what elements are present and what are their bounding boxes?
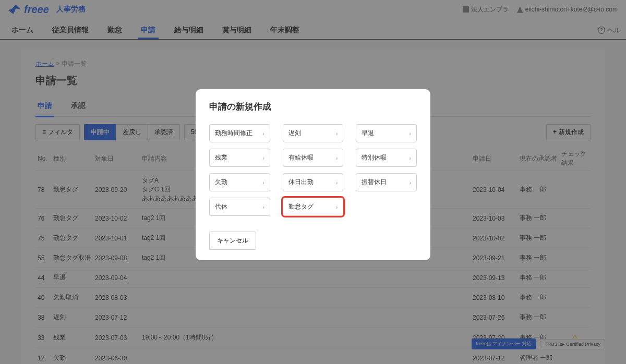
modal-option-9[interactable]: 代休› bbox=[209, 198, 270, 216]
chevron-right-icon: › bbox=[336, 179, 338, 186]
modal-option-label: 特別休暇 bbox=[362, 153, 387, 162]
new-request-modal: 申請の新規作成 勤務時間修正›遅刻›早退›残業›有給休暇›特別休暇›欠勤›休日出… bbox=[196, 89, 430, 260]
chevron-right-icon: › bbox=[409, 130, 411, 137]
modal-option-2[interactable]: 早退› bbox=[356, 124, 417, 142]
modal-option-label: 代休 bbox=[215, 202, 227, 211]
modal-option-label: 振替休日 bbox=[362, 178, 387, 187]
modal-option-label: 早退 bbox=[362, 129, 374, 138]
chevron-right-icon: › bbox=[262, 179, 264, 186]
modal-option-label: 勤務時間修正 bbox=[215, 129, 252, 138]
chevron-right-icon: › bbox=[336, 130, 338, 137]
chevron-right-icon: › bbox=[409, 179, 411, 186]
modal-option-3[interactable]: 残業› bbox=[209, 149, 270, 167]
modal-option-label: 遅刻 bbox=[288, 129, 301, 138]
modal-option-label: 有給休暇 bbox=[288, 153, 314, 162]
chevron-right-icon: › bbox=[409, 155, 411, 161]
modal-option-1[interactable]: 遅刻› bbox=[283, 124, 344, 142]
modal-option-grid: 勤務時間修正›遅刻›早退›残業›有給休暇›特別休暇›欠勤›休日出勤›振替休日›代… bbox=[209, 124, 417, 216]
chevron-right-icon: › bbox=[336, 155, 338, 161]
modal-cancel-button[interactable]: キャンセル bbox=[209, 232, 256, 250]
modal-option-5[interactable]: 特別休暇› bbox=[356, 149, 417, 167]
modal-option-0[interactable]: 勤務時間修正› bbox=[209, 124, 270, 142]
chevron-right-icon: › bbox=[262, 130, 264, 137]
modal-option-label: 休日出勤 bbox=[288, 178, 314, 187]
modal-option-10[interactable]: 勤怠タグ› bbox=[283, 198, 344, 216]
chevron-right-icon: › bbox=[262, 204, 264, 210]
modal-option-4[interactable]: 有給休暇› bbox=[283, 149, 344, 167]
modal-option-label: 勤怠タグ bbox=[288, 202, 314, 211]
modal-option-6[interactable]: 欠勤› bbox=[209, 173, 270, 191]
modal-option-8[interactable]: 振替休日› bbox=[356, 173, 417, 191]
chevron-right-icon: › bbox=[262, 155, 264, 161]
modal-option-label: 欠勤 bbox=[215, 178, 227, 187]
modal-option-label: 残業 bbox=[215, 153, 227, 162]
modal-option-7[interactable]: 休日出勤› bbox=[283, 173, 344, 191]
chevron-right-icon: › bbox=[336, 204, 338, 210]
modal-title: 申請の新規作成 bbox=[209, 101, 417, 113]
